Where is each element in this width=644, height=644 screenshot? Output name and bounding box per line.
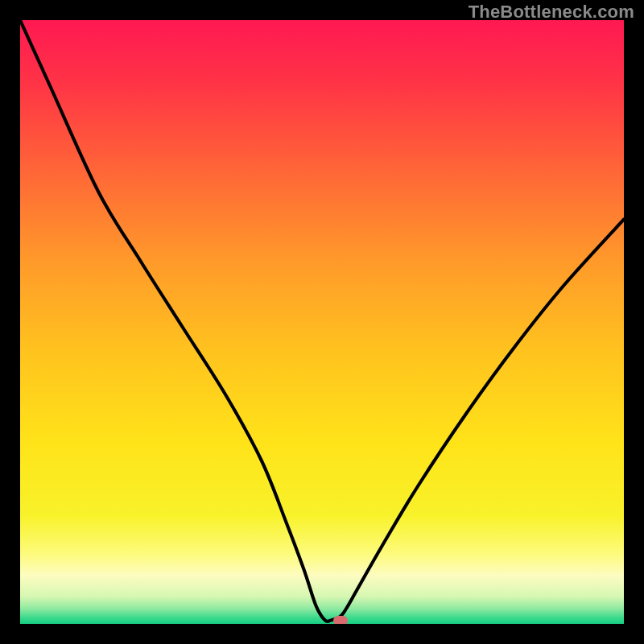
plot-area (20, 20, 624, 624)
chart-frame: TheBottleneck.com (0, 0, 644, 644)
optimum-marker (333, 616, 348, 625)
bottleneck-curve (20, 20, 624, 624)
